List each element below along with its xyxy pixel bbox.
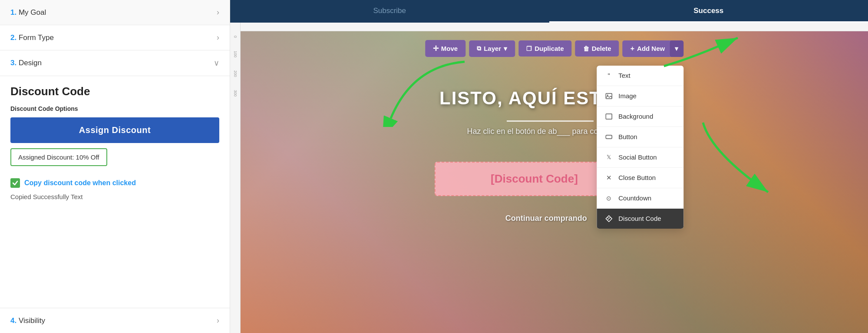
canvas-area: 0 100 200 300 ✛ Move ⧉ Layer ▾ ❐ Dupl [230, 23, 868, 333]
visibility-label-text: Visibility [19, 316, 45, 325]
svg-rect-3 [606, 135, 612, 139]
nav-number-2: 2. [10, 33, 17, 42]
canvas-content: ✛ Move ⧉ Layer ▾ ❐ Duplicate 🗑 Delete [241, 31, 868, 333]
chevron-right-icon-2: › [217, 33, 219, 42]
canvas-toolbar: ✛ Move ⧉ Layer ▾ ❐ Duplicate 🗑 Delete [425, 40, 683, 57]
ruler-top [241, 23, 868, 31]
copied-successfully-label: Copied Successfully Text [10, 193, 219, 200]
design-label-text: Design [19, 59, 42, 67]
button-icon [604, 133, 613, 141]
nav-number-1: 1. [10, 8, 17, 17]
add-new-group: + Add New ▾ " Text [623, 40, 684, 57]
close-x-icon: ✕ [604, 173, 613, 182]
layer-icon: ⧉ [477, 45, 481, 52]
move-icon: ✛ [433, 44, 439, 53]
dropdown-item-countdown[interactable]: ⊙ Countdown [597, 188, 683, 209]
image-icon [604, 92, 613, 100]
add-new-button[interactable]: + Add New [623, 40, 673, 57]
copy-discount-row: Copy discount code when clicked [10, 178, 219, 188]
checkmark-icon [12, 180, 18, 186]
assigned-discount-badge: Assigned Discount: 10% Off [10, 148, 107, 166]
tab-bar: Subscribe Success [230, 0, 868, 23]
discount-code-section: Discount Code Discount Code Options Assi… [0, 76, 230, 308]
main-canvas-area: Subscribe Success 0 100 200 300 ✛ Move [230, 0, 868, 333]
discount-code-title: Discount Code [10, 85, 219, 98]
ruler-left: 0 100 200 300 [230, 23, 241, 333]
text-icon: " [604, 71, 613, 80]
dropdown-item-button[interactable]: Button [597, 127, 683, 147]
design-number: 3. [10, 59, 17, 67]
svg-point-1 [607, 94, 608, 96]
canvas-main-text: LISTO, AQUÍ ESTÁ TU [327, 88, 759, 109]
layer-button[interactable]: ⧉ Layer ▾ [469, 40, 515, 57]
nav-item-design[interactable]: 3. Design ∨ [0, 50, 230, 76]
svg-rect-0 [606, 93, 612, 99]
duplicate-button[interactable]: ❐ Duplicate [518, 40, 572, 57]
background-icon [604, 112, 613, 121]
dropdown-item-social-button[interactable]: 𝕏 Social Button [597, 147, 683, 168]
copy-discount-label[interactable]: Copy discount code when clicked [24, 179, 136, 187]
nav-item-my-goal[interactable]: 1. My Goal › [0, 0, 230, 25]
tab-success[interactable]: Success [549, 0, 868, 23]
countdown-icon: ⊙ [604, 194, 613, 203]
nav-label-form-type: Form Type [19, 33, 54, 42]
chevron-right-icon-3: › [217, 316, 219, 325]
delete-button[interactable]: 🗑 Delete [575, 40, 619, 57]
canvas-sub-text: Haz clic en el botón de ab___ para co [306, 127, 759, 136]
copy-discount-checkbox[interactable] [10, 178, 20, 188]
dropdown-item-image[interactable]: Image [597, 86, 683, 107]
add-new-dropdown-menu: " Text Image [597, 66, 683, 229]
nav-item-form-type[interactable]: 2. Form Type › [0, 25, 230, 50]
chevron-down-icon: ∨ [214, 58, 219, 68]
discount-options-label: Discount Code Options [10, 105, 219, 112]
assign-discount-button[interactable]: Assign Discount [10, 117, 219, 143]
dropdown-item-text[interactable]: " Text [597, 66, 683, 86]
left-panel: 1. My Goal › 2. Form Type › 3. Design ∨ … [0, 0, 230, 333]
tab-subscribe[interactable]: Subscribe [230, 0, 549, 23]
chevron-right-icon: › [217, 8, 219, 17]
nav-item-visibility[interactable]: 4. Visibility › [0, 308, 230, 333]
svg-rect-2 [606, 114, 612, 119]
move-button[interactable]: ✛ Move [425, 40, 465, 57]
text-underline-accent [507, 120, 594, 122]
visibility-number: 4. [10, 316, 17, 325]
discount-tag-icon [604, 214, 613, 223]
nav-label-my-goal: My Goal [19, 8, 46, 17]
dropdown-item-background[interactable]: Background [597, 107, 683, 127]
social-icon: 𝕏 [604, 153, 613, 162]
continue-shopping-text: Continuar comprando [505, 214, 587, 223]
add-new-dropdown-button[interactable]: ▾ [669, 40, 683, 57]
plus-icon: + [630, 45, 634, 53]
dropdown-chevron-icon: ▾ [675, 45, 678, 53]
trash-icon: 🗑 [583, 45, 589, 52]
duplicate-icon: ❐ [526, 45, 532, 52]
dropdown-item-close-button[interactable]: ✕ Close Button [597, 168, 683, 188]
svg-point-4 [607, 217, 608, 218]
layer-chevron-icon: ▾ [504, 45, 507, 53]
dropdown-item-discount-code[interactable]: Discount Code [597, 209, 683, 229]
